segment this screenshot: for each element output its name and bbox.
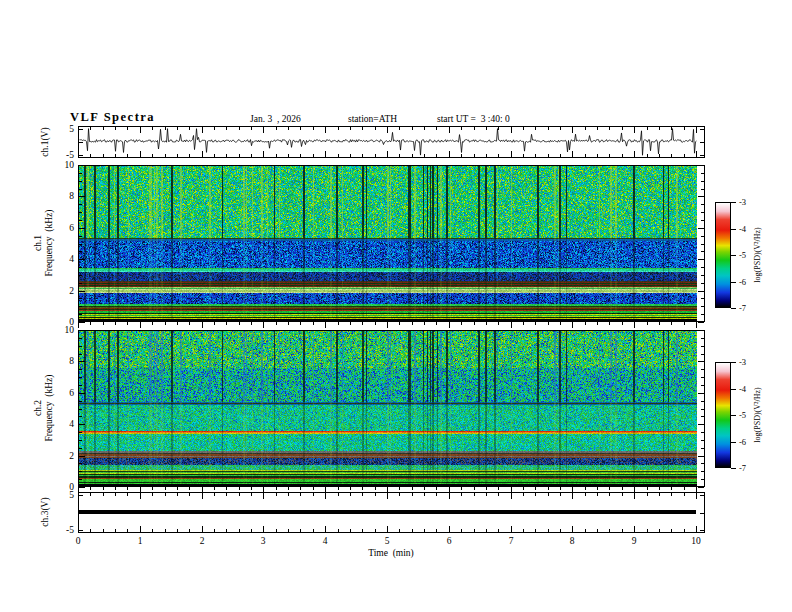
colorbar-tick-label: -4 [739,225,761,234]
tick-mark [276,487,277,490]
tick-mark [535,322,536,325]
tick-mark [436,322,437,325]
tick-mark [609,154,610,157]
tick-mark [387,322,388,328]
tick-mark [474,154,475,157]
tick-mark [585,127,586,130]
tick-mark [79,354,82,355]
tick-mark [731,415,736,416]
tick-mark [436,493,437,496]
tick-mark [535,154,536,157]
tick-mark [313,154,314,157]
tick-mark [609,529,610,532]
tick-mark [412,154,413,157]
colorbar-tick-label: -5 [739,411,761,420]
tick-mark [701,432,704,433]
tick-mark [701,236,704,237]
tick-mark [609,127,610,130]
tick-mark [79,283,82,284]
tick-mark [350,154,351,157]
freq-tick-label: 2 [48,451,74,461]
tick-mark [79,244,82,245]
tick-mark [79,236,82,237]
tick-mark [90,493,91,496]
colorbar-ch2 [715,362,731,468]
colorbar-tick-label: -7 [739,304,761,313]
tick-mark [338,493,339,496]
tick-mark [424,322,425,325]
tick-mark [79,322,85,323]
ch3-volt-axis-label: ch.3(V) [40,497,51,526]
tick-mark [387,127,388,133]
tick-mark [701,267,704,268]
tick-mark [700,530,704,531]
tick-mark [659,529,660,532]
tick-mark [165,154,166,157]
tick-mark [79,275,82,276]
tick-mark [698,165,704,166]
tick-mark [486,493,487,496]
tick-mark [165,322,166,325]
x-tick-label: 3 [253,536,273,546]
tick-mark [115,529,116,532]
tick-mark [375,493,376,496]
tick-mark [300,487,301,490]
tick-mark [548,487,549,490]
tick-mark [698,228,704,229]
tick-mark [622,529,623,532]
tick-mark [696,127,697,133]
tick-mark [399,493,400,496]
volt-tick-label: 5 [48,124,74,134]
tick-mark [251,529,252,532]
tick-mark [523,493,524,496]
tick-mark [731,389,736,390]
tick-mark [387,526,388,532]
tick-mark [239,529,240,532]
tick-mark [226,154,227,157]
tick-mark [115,493,116,496]
tick-mark [79,401,82,402]
tick-mark [609,487,610,490]
ch2-label-line2: Frequency (kHz) [43,374,53,441]
tick-mark [152,154,153,157]
tick-mark [572,526,573,532]
tick-mark [79,291,85,292]
tick-mark [585,154,586,157]
tick-mark [523,127,524,130]
tick-mark [424,127,425,130]
tick-mark [424,154,425,157]
tick-mark [90,154,91,157]
tick-mark [263,493,264,499]
freq-tick-label: 4 [48,254,74,264]
tick-mark [189,493,190,496]
tick-mark [486,127,487,130]
tick-mark [313,493,314,496]
header-station: station=ATH [348,114,397,124]
tick-mark [474,127,475,130]
tick-mark [731,282,736,283]
tick-mark [696,151,697,157]
tick-mark [701,251,704,252]
tick-mark [177,154,178,157]
tick-mark [585,322,586,325]
tick-mark [387,493,388,499]
tick-mark [701,385,704,386]
tick-mark [474,322,475,325]
x-tick-label: 0 [68,536,88,546]
tick-mark [597,487,598,490]
tick-mark [585,493,586,496]
tick-mark [647,127,648,130]
ch1-waveform-canvas [79,127,697,157]
tick-mark [79,385,82,386]
tick-mark [511,322,512,328]
tick-mark [597,322,598,325]
tick-mark [698,424,704,425]
tick-mark [609,322,610,325]
tick-mark [79,306,82,307]
tick-mark [671,322,672,325]
tick-mark [622,127,623,130]
tick-mark [700,155,704,156]
tick-mark [436,487,437,490]
tick-mark [698,330,704,331]
tick-mark [140,151,141,157]
